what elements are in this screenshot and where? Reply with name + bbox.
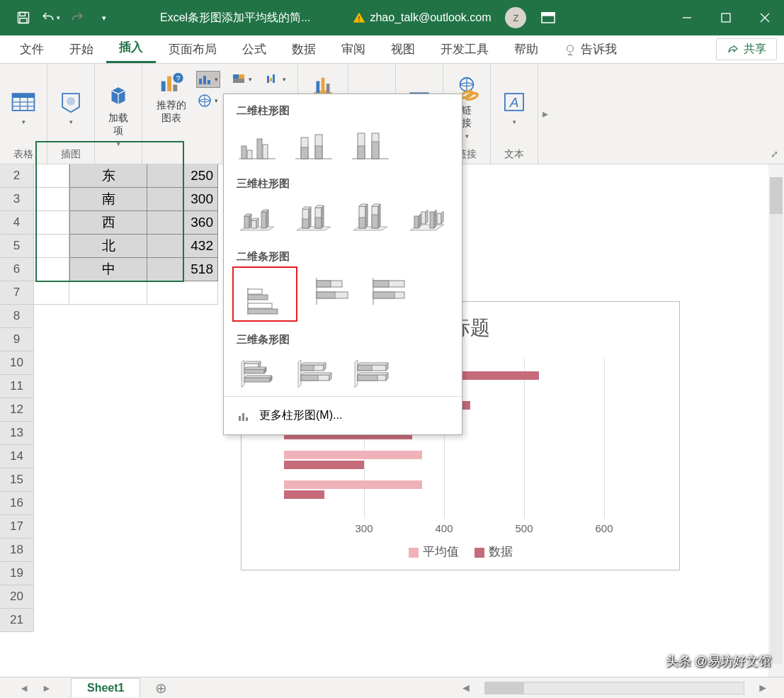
chart-legend: 平均值 数据 [242, 544, 679, 560]
svg-rect-90 [317, 281, 331, 287]
qat-customize[interactable]: ▾ [91, 4, 118, 31]
tell-me[interactable]: 告诉我 [551, 35, 630, 63]
avatar[interactable]: Z [505, 7, 526, 28]
3d-stacked-column-icon[interactable] [293, 199, 334, 233]
sheet-nav-next[interactable]: ► [42, 682, 52, 694]
3d-clustered-column-icon[interactable] [237, 199, 278, 233]
3d-stacked-bar-icon[interactable] [293, 355, 334, 389]
3d-column-icon[interactable] [407, 199, 448, 233]
svg-rect-42 [322, 77, 325, 92]
cell[interactable]: 518 [147, 258, 218, 281]
tab-dev[interactable]: 开发工具 [428, 35, 501, 63]
cell[interactable]: 432 [147, 235, 218, 258]
sheet-nav-prev[interactable]: ◄ [19, 682, 29, 694]
add-sheet-button[interactable]: ⊕ [150, 677, 171, 699]
svg-rect-21 [161, 81, 165, 91]
cell[interactable]: 西 [69, 211, 147, 235]
tab-home[interactable]: 开始 [57, 35, 106, 63]
horizontal-scrollbar[interactable]: ◄► [460, 678, 768, 698]
tab-file[interactable]: 文件 [7, 35, 57, 63]
row-headers[interactable]: 23456789101112131415161718192021 [0, 164, 34, 632]
svg-rect-55 [247, 150, 252, 159]
map-chart-button[interactable]: ▾ [196, 92, 220, 109]
svg-rect-106 [358, 365, 372, 371]
cell[interactable]: 300 [147, 188, 218, 211]
svg-rect-108 [358, 375, 377, 381]
svg-rect-62 [315, 146, 322, 159]
redo-button[interactable] [64, 4, 91, 31]
cell[interactable]: 360 [147, 211, 218, 235]
account-email[interactable]: zhao_talk@outlook.com [370, 11, 491, 24]
ribbon-overflow[interactable]: ▸ [538, 64, 552, 164]
tab-insert[interactable]: 插入 [106, 33, 156, 63]
cell[interactable]: 东 [69, 164, 147, 188]
tables-button[interactable]: ▾ [6, 87, 41, 127]
save-icon[interactable] [10, 4, 37, 31]
svg-rect-95 [373, 281, 389, 287]
clustered-column-icon[interactable] [237, 126, 278, 160]
svg-rect-22 [167, 77, 171, 91]
sheet-tab-bar: ◄► Sheet1 ⊕ ◄► [0, 677, 784, 698]
stacked-bar-icon[interactable] [313, 272, 354, 306]
svg-rect-4 [359, 21, 360, 22]
svg-rect-92 [317, 292, 335, 298]
tab-help[interactable]: 帮助 [501, 35, 551, 63]
cell[interactable]: 北 [69, 235, 147, 258]
stacked100-column-icon[interactable] [350, 126, 391, 160]
svg-rect-41 [317, 81, 320, 93]
svg-rect-82 [437, 213, 441, 224]
section-3d-bar: 三维条形图 [237, 333, 449, 347]
3d-stacked100-column-icon[interactable] [350, 199, 391, 233]
3d-stacked100-bar-icon[interactable] [350, 355, 391, 389]
svg-rect-102 [301, 365, 314, 371]
svg-rect-100 [244, 378, 270, 382]
svg-rect-69 [251, 220, 256, 228]
undo-button[interactable]: ▾ [37, 4, 64, 31]
section-3d-column: 三维柱形图 [237, 177, 449, 191]
tab-view[interactable]: 视图 [378, 35, 428, 63]
cell[interactable]: 中 [69, 258, 147, 281]
svg-rect-33 [270, 78, 272, 81]
svg-rect-72 [302, 219, 309, 228]
more-column-charts[interactable]: 更多柱形图(M)... [224, 396, 462, 434]
collapse-ribbon-icon[interactable]: ⤢ [771, 149, 778, 159]
stacked-column-icon[interactable] [293, 126, 334, 160]
tab-formula[interactable]: 公式 [229, 35, 279, 63]
svg-rect-29 [233, 74, 239, 79]
cell[interactable]: 250 [147, 164, 218, 188]
svg-rect-99 [244, 369, 264, 373]
svg-rect-1 [20, 13, 25, 16]
illustrations-button[interactable]: ▾ [53, 87, 89, 127]
tab-layout[interactable]: 页面布局 [156, 35, 229, 63]
addins-button[interactable]: 加载 项▾ [101, 81, 136, 149]
warning-icon [353, 11, 365, 24]
svg-rect-79 [414, 216, 419, 228]
section-2d-column: 二维柱形图 [237, 104, 449, 118]
clustered-bar-icon[interactable] [232, 266, 297, 322]
svg-rect-54 [242, 146, 246, 159]
hierarchy-chart-button[interactable]: ▾ [230, 71, 254, 88]
svg-rect-43 [326, 84, 330, 93]
close-button[interactable] [745, 0, 784, 35]
text-button[interactable]: A▾ [496, 87, 532, 127]
svg-text:A: A [509, 95, 519, 110]
3d-clustered-bar-icon[interactable] [237, 355, 278, 389]
svg-rect-87 [248, 309, 278, 314]
svg-rect-80 [421, 212, 426, 224]
tab-review[interactable]: 审阅 [329, 35, 378, 63]
ribbon-display-button[interactable] [533, 12, 563, 23]
svg-rect-15 [13, 94, 35, 98]
svg-rect-65 [358, 146, 365, 159]
recommended-charts-button[interactable]: ?推荐的 图表 [152, 68, 191, 126]
waterfall-chart-button[interactable]: ▾ [264, 71, 288, 88]
stacked100-bar-icon[interactable] [370, 272, 411, 306]
tab-data[interactable]: 数据 [279, 35, 329, 63]
minimize-button[interactable] [667, 0, 706, 35]
maximize-button[interactable] [706, 0, 745, 35]
cell[interactable]: 南 [69, 188, 147, 211]
column-chart-button[interactable]: ▾ [196, 71, 220, 88]
svg-rect-109 [239, 416, 241, 421]
share-button[interactable]: 共享 [716, 38, 777, 60]
vertical-scrollbar[interactable] [768, 164, 784, 677]
sheet-tab[interactable]: Sheet1 [71, 678, 140, 697]
